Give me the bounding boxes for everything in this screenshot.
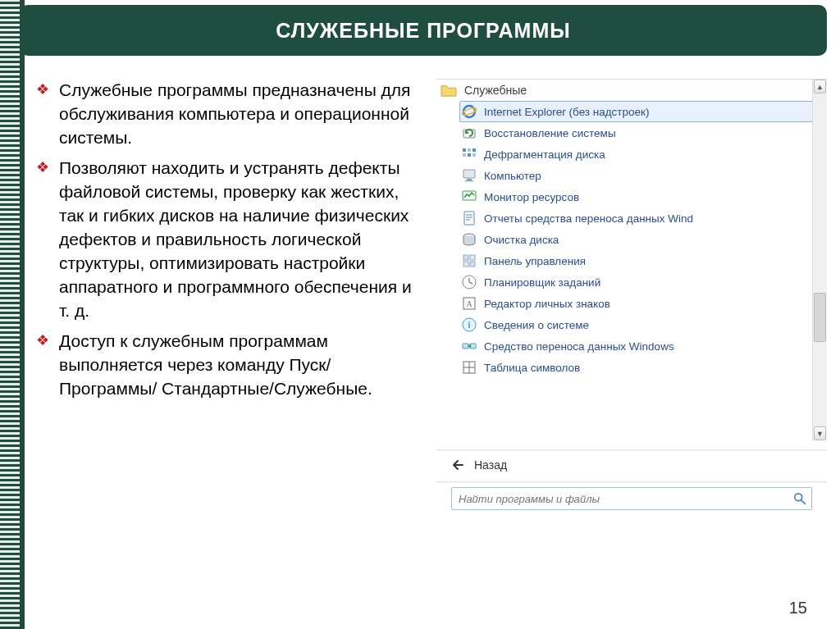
slide-content: Служебные программы предназначены для об… [36, 79, 827, 621]
back-label: Назад [474, 458, 507, 472]
program-label: Отчеты средства переноса данных Wind [484, 212, 693, 225]
svg-rect-29 [463, 344, 468, 349]
defrag-icon [461, 146, 477, 162]
program-label: Восстановление системы [484, 127, 616, 139]
program-item[interactable]: Internet Explorer (без надстроек) [459, 101, 827, 122]
search-wrap [451, 487, 812, 510]
folder-open-icon [440, 83, 458, 98]
program-label: Компьютер [484, 170, 541, 182]
cpl-icon [461, 253, 477, 269]
svg-text:A: A [466, 299, 472, 308]
scroll-down-button[interactable]: ▼ [814, 426, 826, 440]
program-item[interactable]: Компьютер [459, 165, 827, 186]
svg-rect-3 [463, 148, 466, 152]
report-icon [461, 210, 477, 226]
svg-line-35 [801, 500, 805, 504]
sysinfo-icon: i [461, 317, 477, 333]
program-label: Редактор личных знаков [484, 298, 610, 310]
text-column: Служебные программы предназначены для об… [36, 79, 430, 621]
svg-rect-4 [468, 148, 471, 152]
program-label: Таблица символов [484, 362, 580, 374]
folder-header[interactable]: Служебные [436, 80, 827, 101]
program-label: Средство переноса данных Windows [484, 340, 674, 353]
svg-text:i: i [468, 320, 470, 330]
program-label: Панель управления [484, 255, 586, 267]
svg-rect-19 [470, 255, 475, 260]
bullet-item: Доступ к служебным программам выполняетс… [36, 330, 423, 401]
transfer-icon [461, 338, 477, 354]
svg-rect-10 [467, 179, 472, 180]
program-item[interactable]: Таблица символов [459, 357, 827, 378]
programs-pane: Служебные Internet Explorer (без надстро… [436, 80, 827, 440]
svg-rect-13 [464, 212, 474, 225]
monitor-icon [461, 189, 477, 205]
search-icon[interactable] [792, 491, 807, 506]
folder-label: Служебные [464, 84, 527, 97]
program-item[interactable]: Отчеты средства переноса данных Wind [459, 207, 827, 229]
program-item[interactable]: Монитор ресурсов [459, 186, 827, 207]
back-button[interactable]: Назад [436, 454, 827, 478]
program-item[interactable]: AРедактор личных знаков [459, 293, 827, 314]
vertical-scrollbar[interactable]: ▲ ▼ [812, 80, 827, 440]
slide-title: СЛУЖЕБНЫЕ ПРОГРАММЫ [276, 19, 571, 43]
program-item[interactable]: Очистка диска [459, 229, 827, 250]
svg-rect-9 [463, 170, 475, 178]
bullet-list: Служебные программы предназначены для об… [36, 79, 423, 401]
scroll-thumb[interactable] [814, 293, 826, 342]
page-number: 15 [789, 599, 807, 618]
bullet-item: Позволяют находить и устранять дефекты ф… [36, 157, 423, 323]
program-item[interactable]: Восстановление системы [459, 122, 827, 144]
restore-icon [461, 125, 477, 141]
program-item[interactable]: Планировщик заданий [459, 271, 827, 293]
back-arrow-icon [451, 459, 464, 471]
menu-bottom-area: Назад [436, 446, 827, 510]
svg-rect-8 [472, 153, 476, 157]
program-label: Дефрагментация диска [484, 148, 605, 161]
start-menu-screenshot: Служебные Internet Explorer (без надстро… [436, 79, 827, 497]
svg-rect-7 [468, 153, 471, 157]
program-label: Очистка диска [484, 234, 559, 246]
decorative-sidebar-stripe [0, 0, 20, 629]
svg-rect-20 [463, 262, 468, 267]
program-label: Сведения о системе [484, 319, 589, 331]
ie-icon [461, 103, 477, 120]
separator [436, 449, 827, 450]
program-item[interactable]: Дефрагментация диска [459, 144, 827, 165]
svg-rect-18 [463, 255, 468, 260]
search-input[interactable] [451, 487, 812, 510]
svg-rect-6 [463, 153, 466, 157]
slide-title-bar: СЛУЖЕБНЫЕ ПРОГРАММЫ [20, 5, 827, 56]
separator [436, 481, 827, 482]
program-label: Планировщик заданий [484, 276, 600, 289]
program-item[interactable]: Средство переноса данных Windows [459, 335, 827, 357]
program-item[interactable]: iСведения о системе [459, 314, 827, 335]
svg-rect-5 [472, 148, 476, 152]
svg-rect-21 [470, 262, 475, 267]
charedit-icon: A [461, 295, 477, 312]
scroll-up-button[interactable]: ▲ [814, 80, 826, 93]
computer-icon [461, 167, 477, 184]
scheduler-icon [461, 274, 477, 290]
program-list: Internet Explorer (без надстроек)Восстан… [436, 101, 827, 378]
program-label: Монитор ресурсов [484, 191, 579, 203]
program-item[interactable]: Панель управления [459, 250, 827, 271]
bullet-item: Служебные программы предназначены для об… [36, 79, 423, 150]
svg-rect-11 [465, 180, 473, 181]
chartable-icon [461, 359, 477, 376]
program-label: Internet Explorer (без надстроек) [484, 106, 649, 118]
diskclean-icon [461, 231, 477, 248]
